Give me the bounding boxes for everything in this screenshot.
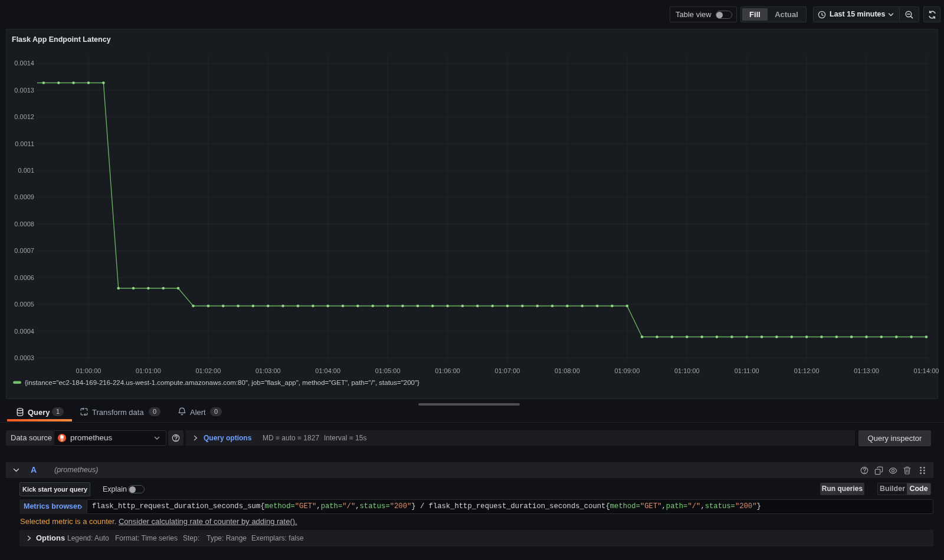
svg-text:0.001: 0.001 <box>18 167 34 174</box>
svg-text:01:04:00: 01:04:00 <box>315 367 340 374</box>
svg-text:01:08:00: 01:08:00 <box>555 367 580 374</box>
svg-text:01:07:00: 01:07:00 <box>495 367 520 374</box>
svg-text:0.0011: 0.0011 <box>15 140 34 147</box>
svg-text:01:14:00: 01:14:00 <box>914 367 939 374</box>
svg-text:0.0014: 0.0014 <box>14 60 34 67</box>
svg-text:01:10:00: 01:10:00 <box>674 367 700 374</box>
svg-text:01:00:00: 01:00:00 <box>76 367 101 374</box>
svg-text:01:06:00: 01:06:00 <box>435 367 460 374</box>
svg-text:0.0006: 0.0006 <box>14 274 34 281</box>
svg-text:0.0004: 0.0004 <box>14 328 34 335</box>
svg-text:01:05:00: 01:05:00 <box>375 367 401 374</box>
svg-text:01:03:00: 01:03:00 <box>255 367 281 374</box>
svg-text:01:02:00: 01:02:00 <box>195 367 221 374</box>
svg-text:01:01:00: 01:01:00 <box>136 367 161 374</box>
svg-text:01:09:00: 01:09:00 <box>614 367 640 374</box>
svg-text:0.0007: 0.0007 <box>14 247 34 254</box>
svg-text:01:13:00: 01:13:00 <box>854 367 879 374</box>
svg-text:0.0013: 0.0013 <box>14 87 34 94</box>
svg-text:01:12:00: 01:12:00 <box>794 367 820 374</box>
svg-text:01:11:00: 01:11:00 <box>735 367 759 374</box>
svg-text:0.0012: 0.0012 <box>14 113 34 120</box>
svg-text:{instance="ec2-184-169-216-224: {instance="ec2-184-169-216-224.us-west-1… <box>25 379 419 386</box>
svg-text:0.0008: 0.0008 <box>14 220 34 228</box>
svg-text:0.0009: 0.0009 <box>14 193 34 200</box>
svg-text:0.0003: 0.0003 <box>14 354 34 361</box>
svg-text:0.0005: 0.0005 <box>14 301 34 308</box>
